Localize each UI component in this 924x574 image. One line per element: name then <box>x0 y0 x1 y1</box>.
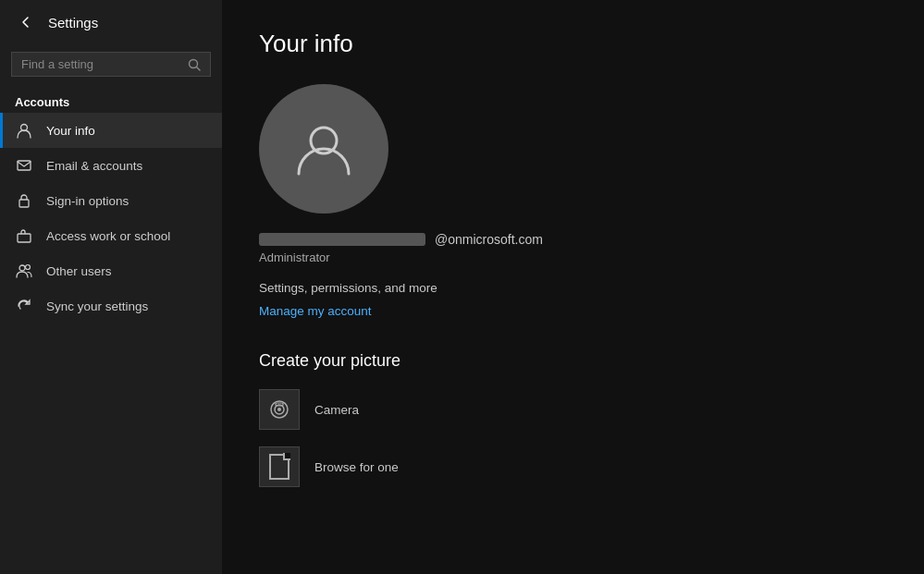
search-box[interactable] <box>11 52 211 77</box>
sidebar-item-label: Sync your settings <box>46 299 148 313</box>
sidebar-item-your-info[interactable]: Your info <box>0 113 222 148</box>
sidebar-header: Settings <box>0 0 222 44</box>
sidebar-item-label: Other users <box>46 264 112 278</box>
svg-rect-3 <box>18 161 31 170</box>
admin-label: Administrator <box>259 250 887 264</box>
email-domain: @onmicrosoft.com <box>435 232 543 247</box>
briefcase-icon <box>15 227 33 244</box>
browse-file-icon <box>269 454 290 480</box>
create-picture-title: Create your picture <box>259 351 887 371</box>
sidebar-title: Settings <box>48 15 98 31</box>
sidebar-item-access-work[interactable]: Access work or school <box>0 218 222 253</box>
svg-point-6 <box>19 265 25 271</box>
sidebar-item-sync-settings[interactable]: Sync your settings <box>0 288 222 324</box>
avatar-icon <box>291 116 356 181</box>
sync-icon <box>15 298 33 314</box>
accounts-label: Accounts <box>0 88 222 113</box>
camera-label: Camera <box>314 403 359 417</box>
email-icon <box>15 157 33 174</box>
group-icon <box>15 263 33 279</box>
search-icon-button[interactable] <box>188 58 201 71</box>
page-title: Your info <box>259 30 887 58</box>
svg-point-7 <box>26 265 31 270</box>
back-button[interactable] <box>15 11 37 33</box>
browse-option[interactable]: Browse for one <box>259 446 887 487</box>
sidebar-item-label: Access work or school <box>46 229 170 243</box>
sidebar-item-sign-in[interactable]: Sign-in options <box>0 183 222 218</box>
browse-icon-box <box>259 446 300 487</box>
svg-rect-4 <box>19 200 29 207</box>
user-email-row: @onmicrosoft.com <box>259 232 887 247</box>
svg-point-12 <box>277 408 281 411</box>
settings-desc: Settings, permissions, and more <box>259 281 887 295</box>
nav-list: Your info Email & accounts Sign-in optio… <box>0 113 222 324</box>
manage-account-link[interactable]: Manage my account <box>259 304 372 318</box>
search-input[interactable] <box>21 57 180 71</box>
browse-label: Browse for one <box>314 460 399 474</box>
sidebar-item-other-users[interactable]: Other users <box>0 253 222 288</box>
sidebar-item-email-accounts[interactable]: Email & accounts <box>0 148 222 183</box>
avatar <box>259 84 388 214</box>
main-content: Your info @onmicrosoft.com Administrator… <box>222 0 924 574</box>
lock-icon <box>15 192 33 209</box>
email-blur <box>259 233 425 246</box>
camera-option[interactable]: Camera <box>259 389 887 430</box>
camera-icon <box>267 397 291 421</box>
sidebar-item-label: Sign-in options <box>46 194 129 208</box>
svg-rect-5 <box>18 234 31 242</box>
sidebar-item-label: Your info <box>46 124 95 138</box>
svg-line-1 <box>197 67 201 70</box>
person-icon <box>15 122 33 139</box>
sidebar-item-label: Email & accounts <box>46 159 142 173</box>
sidebar: Settings Accounts Your info Email & acco… <box>0 0 222 574</box>
camera-icon-box <box>259 389 300 430</box>
